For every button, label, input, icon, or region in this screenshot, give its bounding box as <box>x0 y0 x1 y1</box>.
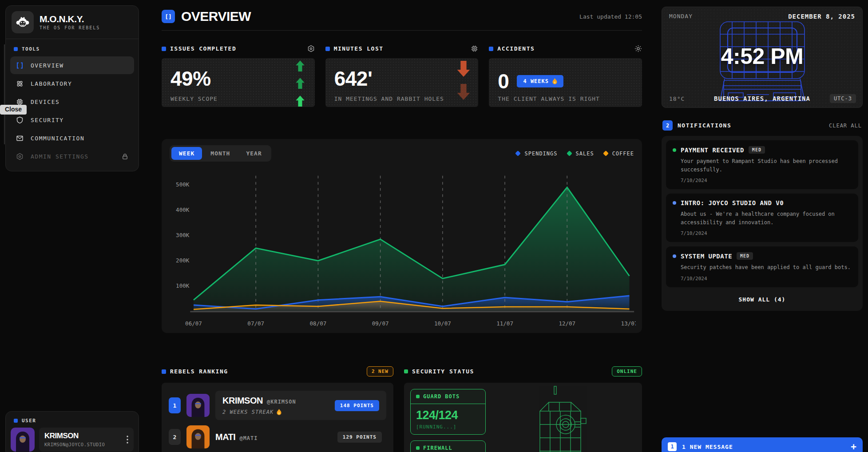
notification-item-system-update[interactable]: SYSTEM UPDATE MED Security patches have … <box>666 246 858 287</box>
svg-text:200K: 200K <box>176 257 190 264</box>
notification-item-intro-joyco-studio-and-v0[interactable]: INTRO: JOYCO STUDIO AND V0 About us - We… <box>666 194 858 242</box>
legend-item-spendings[interactable]: SPENDINGS <box>516 151 557 157</box>
diamond-icon <box>603 151 609 156</box>
new-message-bar[interactable]: 1 1 NEW MESSAGE + <box>662 437 863 452</box>
notifications-panel: 2 NOTIFICATIONS CLEAR ALL PAYMENT RECEIV… <box>662 120 863 311</box>
user-menu-kebab-icon[interactable] <box>127 436 128 444</box>
legend-item-coffee[interactable]: COFFEE <box>604 151 634 157</box>
svg-text:300K: 300K <box>176 232 190 238</box>
show-all-button[interactable]: SHOW ALL (4) <box>666 292 858 306</box>
message-bar-label: 1 NEW MESSAGE <box>682 444 733 450</box>
stat-card-title: ISSUES COMPLETED <box>170 45 236 52</box>
sidebar-item-devices[interactable]: DEVICES <box>10 93 134 111</box>
guard-bot-wireframe-icon <box>527 385 598 452</box>
message-count-badge: 1 <box>668 442 677 451</box>
notifications-title: NOTIFICATIONS <box>678 122 731 129</box>
tools-section-label: TOOLS <box>6 39 139 56</box>
status-dot-icon <box>673 254 676 258</box>
security-box-status: [RUNNING...] <box>411 423 485 434</box>
online-badge: ONLINE <box>612 366 642 377</box>
avatar <box>186 394 210 417</box>
sidebar: M.O.N.K.Y. THE OS FOR REBELS TOOLS OVERV… <box>5 5 139 171</box>
app-title: M.O.N.K.Y. <box>40 14 100 24</box>
main-content: [] OVERVIEW Last updated 12:05 ISSUES CO… <box>151 0 653 452</box>
notification-date: 7/10/2024 <box>681 276 852 282</box>
sidebar-item-security[interactable]: SECURITY <box>10 111 134 129</box>
tab-week[interactable]: WEEK <box>171 147 202 160</box>
notification-item-payment-received[interactable]: PAYMENT RECEIVED MED Your payment to Ram… <box>666 140 858 189</box>
stat-card-body: 49% WEEKLY SCOPE <box>162 58 315 107</box>
tab-month[interactable]: MONTH <box>203 147 238 160</box>
logo-row: M.O.N.K.Y. THE OS FOR REBELS <box>6 6 139 39</box>
svg-text:12/07: 12/07 <box>559 320 575 327</box>
svg-text:500K: 500K <box>176 181 190 188</box>
app-subtitle: THE OS FOR REBELS <box>40 25 100 30</box>
security-body: GUARD BOTS 124/124 [RUNNING...] FIREWALL… <box>404 383 642 452</box>
stat-card-issues-completed: ISSUES COMPLETED 49% WEEKLY SCOPE <box>162 45 315 107</box>
security-title: SECURITY STATUS <box>412 368 474 375</box>
stat-card-header: ACCIDENTS <box>489 45 642 52</box>
user-handle: @KRIMSON <box>267 399 296 405</box>
shield-icon <box>16 116 24 124</box>
stat-card-body: 04 WEEKS THE CLIENT ALWAYS IS RIGHT <box>489 58 642 107</box>
streak-label: 2 WEEKS STREAK <box>222 409 296 415</box>
stat-card-caption: IN MEETINGS AND RABBIT HOLES <box>334 95 444 102</box>
sidebar-collapse-rail[interactable] <box>4 44 5 144</box>
area-chart[interactable]: 100K200K300K400K500K06/0707/0708/0709/07… <box>168 166 636 331</box>
mail-icon <box>16 135 24 142</box>
chart-legend: SPENDINGSSALESCOFFEE <box>516 151 634 157</box>
rank-badge: 1 <box>169 397 181 413</box>
green-square-icon <box>416 446 420 450</box>
stat-value: 642' <box>334 68 470 89</box>
notification-body: Your payment to Rampant Studio has been … <box>681 157 852 174</box>
trend-up-arrows-icon <box>293 60 308 107</box>
close-tooltip: Close <box>0 105 27 115</box>
sidebar-item-overview[interactable]: OVERVIEW <box>10 56 134 74</box>
ranking-row-content: MATI@MATI 129 POINTS <box>215 432 386 443</box>
rank-badge: 2 <box>169 429 181 445</box>
stat-card-header: MINUTES LOST <box>325 45 479 52</box>
section-square-icon <box>325 47 330 51</box>
user-email: KRIMSON@JOYCO.STUDIO <box>44 442 105 447</box>
sidebar-item-label: LABORATORY <box>31 80 72 87</box>
section-square-icon <box>14 419 18 423</box>
chart-range-tabs: WEEKMONTHYEAR <box>170 145 271 162</box>
page-header: [] OVERVIEW Last updated 12:05 <box>151 0 653 30</box>
svg-text:06/07: 06/07 <box>185 320 202 327</box>
expand-plus-icon[interactable]: + <box>851 442 856 452</box>
avatar <box>186 425 210 448</box>
stat-value: 49% <box>170 68 306 89</box>
new-count-badge: 2 NEW <box>367 366 393 377</box>
tab-year[interactable]: YEAR <box>238 147 269 160</box>
ranking-row-krimson[interactable]: 1 KRIMSON@KRIMSON2 WEEKS STREAK 148 POIN… <box>167 388 388 423</box>
ranking-list: 1 KRIMSON@KRIMSON2 WEEKS STREAK 148 POIN… <box>162 383 393 452</box>
security-box-value: 124/124 <box>411 404 485 423</box>
notification-date: 7/10/2024 <box>681 230 852 236</box>
last-updated: Last updated 12:05 <box>579 13 642 20</box>
clock-day: MONDAY <box>669 13 693 20</box>
clock-utc-offset: UTC-3 <box>830 94 856 103</box>
legend-item-sales[interactable]: SALES <box>567 151 594 157</box>
security-box-header: GUARD BOTS <box>411 389 485 404</box>
clock-widget: MONDAY DECEMBER 8, 2025 4:52 PM 18°C BUE… <box>662 7 863 108</box>
rebels-ranking-panel: REBELS RANKING 2 NEW 1 KRIMSON@KRIMSON2 … <box>162 366 393 452</box>
green-square-icon <box>416 395 420 398</box>
clear-all-button[interactable]: CLEAR ALL <box>829 123 862 129</box>
ranking-row-mati[interactable]: 2 MATI@MATI 129 POINTS <box>167 423 388 451</box>
sidebar-item-admin-settings[interactable]: ADMIN SETTINGS <box>10 147 134 165</box>
security-box-guard-bots: GUARD BOTS 124/124 [RUNNING...] <box>410 389 486 435</box>
bottom-row: REBELS RANKING 2 NEW 1 KRIMSON@KRIMSON2 … <box>162 366 642 452</box>
section-square-icon <box>162 47 166 51</box>
gear-icon[interactable] <box>307 45 315 52</box>
status-dot-icon <box>673 148 676 152</box>
stat-card-minutes-lost: MINUTES LOST 642' IN MEETINGS AND RABBIT… <box>325 45 479 107</box>
sidebar-item-communication[interactable]: COMMUNICATION <box>10 129 134 147</box>
chip-icon[interactable] <box>471 45 478 52</box>
sidebar-item-laboratory[interactable]: LABORATORY <box>10 75 134 92</box>
notifications-header: 2 NOTIFICATIONS CLEAR ALL <box>662 120 862 131</box>
section-square-icon <box>14 47 18 51</box>
stat-card-body: 642' IN MEETINGS AND RABBIT HOLES <box>325 58 479 107</box>
diamond-icon <box>515 151 521 156</box>
sun-icon[interactable] <box>634 45 642 52</box>
svg-text:07/07: 07/07 <box>247 320 264 327</box>
